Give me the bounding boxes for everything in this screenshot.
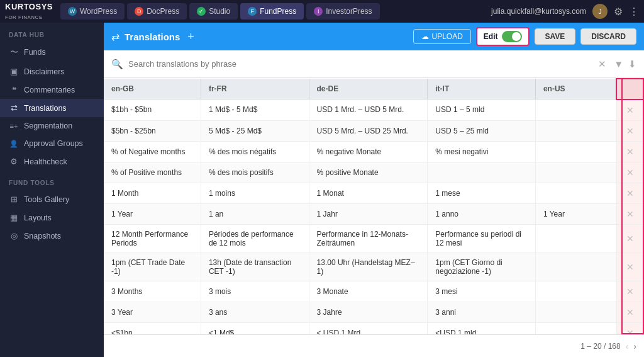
table-cell-en_gb[interactable]: 1pm (CET Trade Date -1) — [104, 252, 201, 281]
sidebar-item-funds[interactable]: 〜 Funds — [0, 42, 104, 62]
nav-tab-investorpress[interactable]: I InvestorPress — [306, 3, 379, 20]
save-button[interactable]: SAVE — [535, 28, 576, 45]
table-cell-en_us[interactable] — [535, 302, 616, 322]
table-cell-fr_fr[interactable]: Périodes de performance de 12 mois — [201, 224, 309, 252]
delete-row-button[interactable]: ✕ — [616, 183, 643, 203]
table-cell-en_us[interactable] — [535, 99, 616, 121]
table-cell-fr_fr[interactable]: 1 Md$ - 5 Md$ — [201, 99, 309, 121]
table-cell-en_us[interactable] — [535, 322, 616, 334]
sidebar-item-approval-groups[interactable]: 👤 Approval Groups — [0, 135, 104, 152]
edit-toggle[interactable] — [502, 31, 522, 42]
sidebar-item-segmentation-label: Segmentation — [24, 122, 72, 130]
delete-row-button[interactable]: ✕ — [616, 141, 643, 162]
sidebar-item-tools-gallery[interactable]: ⊞ Tools Gallery — [0, 190, 104, 208]
table-cell-fr_fr[interactable]: % des mois négatifs — [201, 141, 309, 162]
table-cell-it_it[interactable]: % mesi negativi — [428, 141, 536, 162]
table-cell-de_de[interactable]: < USD 1 Mrd. — [309, 322, 428, 334]
table-cell-it_it[interactable]: 3 mesi — [428, 281, 536, 302]
table-cell-de_de[interactable]: 3 Jahre — [309, 302, 428, 322]
table-cell-de_de[interactable]: USD 1 Mrd. – USD 5 Mrd. — [309, 99, 428, 121]
table-cell-en_gb[interactable]: 3 Months — [104, 281, 201, 302]
table-cell-en_us[interactable] — [535, 281, 616, 302]
table-cell-it_it[interactable]: USD 5 – 25 mld — [428, 120, 536, 141]
table-cell-fr_fr[interactable]: <1 Md$ — [201, 322, 309, 334]
table-cell-en_us[interactable] — [535, 141, 616, 162]
table-cell-en_gb[interactable]: % of Positive months — [104, 162, 201, 183]
delete-row-button[interactable]: ✕ — [616, 99, 643, 121]
table-cell-en_gb[interactable]: $1bh - $5bn — [104, 99, 201, 121]
sidebar-item-translations[interactable]: ⇄ Translations — [0, 99, 104, 117]
upload-button[interactable]: ☁ UPLOAD — [413, 29, 471, 44]
nav-tab-docpress[interactable]: D DocPress — [127, 3, 187, 20]
table-cell-en_us[interactable] — [535, 120, 616, 141]
pagination-next-button[interactable]: › — [633, 341, 636, 351]
nav-tab-wordpress[interactable]: W WordPress — [60, 3, 125, 20]
sidebar-item-disclaimers[interactable]: ▣ Disclaimers — [0, 62, 104, 81]
sidebar-item-segmentation[interactable]: ≡+ Segmentation — [0, 117, 104, 135]
table-cell-en_gb[interactable]: 3 Year — [104, 302, 201, 322]
table-cell-en_us[interactable] — [535, 162, 616, 183]
table-cell-it_it[interactable]: Performance su periodi di 12 mesi — [428, 224, 536, 252]
discard-button[interactable]: DISCARD — [580, 28, 636, 45]
table-cell-en_gb[interactable]: $5bn - $25bn — [104, 120, 201, 141]
table-cell-de_de[interactable]: USD 5 Mrd. – USD 25 Mrd. — [309, 120, 428, 141]
table-cell-it_it[interactable]: USD 1 – 5 mld — [428, 99, 536, 121]
settings-icon[interactable]: ⚙ — [614, 6, 623, 18]
sidebar-item-snapshots[interactable]: ◎ Snapshots — [0, 227, 104, 245]
table-cell-de_de[interactable]: % negative Monate — [309, 141, 428, 162]
table-cell-fr_fr[interactable]: % des mois positifs — [201, 162, 309, 183]
search-input[interactable] — [128, 59, 593, 69]
table-cell-fr_fr[interactable]: 3 mois — [201, 281, 309, 302]
table-cell-it_it[interactable]: 1pm (CET Giorno di negoziazione -1) — [428, 252, 536, 281]
delete-row-button[interactable]: ✕ — [616, 322, 643, 334]
table-cell-en_us[interactable] — [535, 224, 616, 252]
table-cell-fr_fr[interactable]: 13h (Date de transaction CET -1) — [201, 252, 309, 281]
delete-row-button[interactable]: ✕ — [616, 162, 643, 183]
table-cell-de_de[interactable]: 3 Monate — [309, 281, 428, 302]
nav-tab-fundpress[interactable]: F FundPress — [240, 3, 304, 20]
table-cell-en_gb[interactable]: <$1bn — [104, 322, 201, 334]
table-cell-it_it[interactable]: 1 mese — [428, 183, 536, 203]
nav-tab-studio[interactable]: ✓ Studio — [189, 3, 238, 20]
table-cell-de_de[interactable]: 1 Monat — [309, 183, 428, 203]
sidebar-item-layouts[interactable]: ▦ Layouts — [0, 208, 104, 227]
delete-row-button[interactable]: ✕ — [616, 120, 643, 141]
translations-table-container: en-GB fr-FR de-DE it-IT en-US $1bh - $5b… — [104, 78, 644, 334]
add-translation-button[interactable]: + — [187, 30, 194, 43]
delete-row-button[interactable]: ✕ — [616, 302, 643, 322]
table-cell-fr_fr[interactable]: 3 ans — [201, 302, 309, 322]
more-options-icon[interactable]: ⋮ — [629, 6, 639, 18]
table-cell-fr_fr[interactable]: 1 moins — [201, 183, 309, 203]
table-cell-de_de[interactable]: Performance in 12-Monats-Zeiträumen — [309, 224, 428, 252]
table-cell-it_it[interactable]: 3 anni — [428, 302, 536, 322]
delete-row-button[interactable]: ✕ — [616, 203, 643, 224]
download-icon[interactable]: ⬇ — [628, 59, 636, 70]
table-cell-it_it[interactable]: 1 anno — [428, 203, 536, 224]
filter-icon[interactable]: ▼ — [614, 59, 623, 69]
delete-row-button[interactable]: ✕ — [616, 252, 643, 281]
table-cell-en_us[interactable] — [535, 252, 616, 281]
avatar[interactable]: J — [592, 4, 608, 19]
table-cell-en_us[interactable] — [535, 183, 616, 203]
table-cell-fr_fr[interactable]: 5 Md$ - 25 Md$ — [201, 120, 309, 141]
table-cell-en_gb[interactable]: 12 Month Performance Periods — [104, 224, 201, 252]
sidebar-item-healthcheck[interactable]: ⚙ Healthcheck — [0, 152, 104, 171]
table-cell-en_gb[interactable]: 1 Year — [104, 203, 201, 224]
table-row: % of Negative months% des mois négatifs%… — [104, 141, 643, 162]
table-cell-fr_fr[interactable]: 1 an — [201, 203, 309, 224]
table-cell-en_gb[interactable]: 1 Month — [104, 183, 201, 203]
sidebar-item-commentaries[interactable]: ❝ Commentaries — [0, 81, 104, 99]
table-cell-it_it[interactable] — [428, 162, 536, 183]
table-cell-en_us[interactable]: 1 Year — [535, 203, 616, 224]
table-cell-de_de[interactable]: 13.00 Uhr (Handelstag MEZ–1) — [309, 252, 428, 281]
edit-button[interactable]: Edit — [476, 27, 530, 46]
pagination-prev-button[interactable]: ‹ — [626, 341, 629, 351]
clear-search-button[interactable]: ✕ — [598, 59, 606, 70]
table-cell-de_de[interactable]: 1 Jahr — [309, 203, 428, 224]
table-cell-de_de[interactable]: % positive Monate — [309, 162, 428, 183]
upload-icon: ☁ — [421, 32, 429, 41]
delete-row-button[interactable]: ✕ — [616, 281, 643, 302]
table-cell-en_gb[interactable]: % of Negative months — [104, 141, 201, 162]
table-cell-it_it[interactable]: <USD 1 mld — [428, 322, 536, 334]
delete-row-button[interactable]: ✕ — [616, 224, 643, 252]
